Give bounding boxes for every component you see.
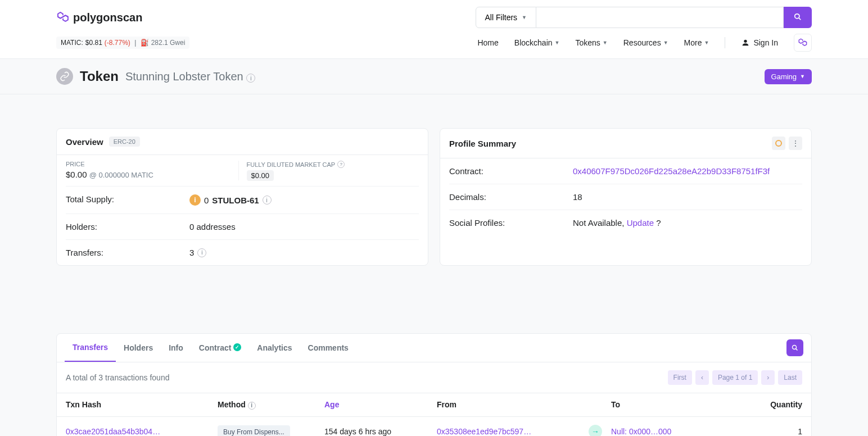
svg-point-2 <box>744 40 747 43</box>
th-to: To <box>611 400 752 410</box>
price: $0.00 <box>66 170 87 179</box>
txn-from[interactable]: 0x35308ee1ed9e7bc597… <box>437 427 589 436</box>
polygon-button[interactable] <box>794 34 812 52</box>
chevron-down-icon: ▼ <box>603 40 608 46</box>
decimals-value: 18 <box>573 192 582 202</box>
price-label: PRICE <box>66 161 238 167</box>
chevron-down-icon: ▼ <box>800 74 805 79</box>
transfers-value: 3 <box>189 248 194 257</box>
info-icon[interactable]: i <box>263 196 272 205</box>
price-value: $0.81 <box>85 39 102 47</box>
tab-analytics[interactable]: Analytics <box>249 334 300 361</box>
erc20-badge: ERC-20 <box>109 137 140 147</box>
txn-to[interactable]: Null: 0x000…000 <box>611 427 752 436</box>
token-name: Stunning Lobster Token i <box>125 70 255 83</box>
th-method: Method i <box>218 400 324 410</box>
user-icon <box>741 38 750 47</box>
price-sub: @ 0.000000 MATIC <box>89 171 153 179</box>
svg-line-4 <box>796 349 798 351</box>
info-icon[interactable]: i <box>248 402 256 410</box>
mcap-value: $0.00 <box>247 170 274 181</box>
link-icon <box>60 71 70 81</box>
chevron-down-icon: ▼ <box>704 40 709 46</box>
th-from: From <box>437 400 589 410</box>
nav-more[interactable]: More▼ <box>684 38 709 47</box>
contract-label: Contract: <box>449 166 573 176</box>
gas-icon: ⛽ <box>141 39 149 47</box>
update-link[interactable]: Update <box>627 218 654 228</box>
price-box: MATIC: $0.81 (-8.77%) | ⛽ 282.1 Gwei <box>56 37 189 49</box>
page-prev[interactable]: ‹ <box>695 370 709 385</box>
chevron-down-icon: ▼ <box>663 40 668 46</box>
polygon-logo-icon <box>56 11 70 24</box>
search-input[interactable] <box>536 7 784 28</box>
polygon-icon <box>798 38 808 48</box>
tab-comments[interactable]: Comments <box>300 334 356 361</box>
tab-holders[interactable]: Holders <box>116 334 161 361</box>
supply-value: 0 <box>204 196 209 205</box>
supply-label: Total Supply: <box>66 194 189 206</box>
page-next[interactable]: › <box>761 370 775 385</box>
help-icon[interactable]: ? <box>337 161 345 168</box>
nav-separator <box>725 37 725 48</box>
verified-icon: ✓ <box>233 343 241 351</box>
transfers-label: Transfers: <box>66 248 189 257</box>
price-change: (-8.77%) <box>105 39 130 47</box>
info-icon[interactable]: i <box>246 74 255 83</box>
category-button[interactable]: Gaming ▼ <box>765 69 812 84</box>
svg-point-0 <box>795 13 799 18</box>
chevron-down-icon: ▼ <box>522 15 527 20</box>
method-badge: Buy From Dispens... <box>218 425 290 437</box>
profile-card: Profile Summary ⋮ Contract: 0x40607F975D… <box>440 128 812 266</box>
overview-card: Overview ERC-20 PRICE $0.00 @ 0.000000 M… <box>56 128 428 266</box>
contract-address[interactable]: 0x40607F975Dc026Fd225a28eA22b9D33F8751fF… <box>573 166 770 176</box>
price-label: MATIC: <box>61 39 83 47</box>
table-row: 0x3cae2051daa54b3b04… Buy From Dispens..… <box>57 417 811 437</box>
txn-age: 154 days 6 hrs ago <box>324 427 437 436</box>
nav-home[interactable]: Home <box>477 38 498 47</box>
nav-resources[interactable]: Resources▼ <box>623 38 668 47</box>
tab-contract[interactable]: Contract ✓ <box>191 334 249 361</box>
txn-qty: 1 <box>752 427 802 436</box>
circle-icon <box>775 140 782 147</box>
svg-point-3 <box>793 346 797 349</box>
signin-button[interactable]: Sign In <box>741 38 778 47</box>
token-icon <box>56 68 73 85</box>
holders-value: 0 addresses <box>189 222 236 231</box>
logo[interactable]: polygonscan <box>56 11 142 24</box>
search-icon <box>792 344 798 351</box>
social-na: Not Available, <box>573 218 627 228</box>
separator: | <box>133 39 138 47</box>
filter-button[interactable]: All Filters ▼ <box>476 7 536 28</box>
page-title: Token <box>80 69 119 84</box>
social-q: ? <box>654 218 661 228</box>
arrow-icon: → <box>589 425 602 437</box>
txn-hash[interactable]: 0x3cae2051daa54b3b04… <box>66 427 218 436</box>
filter-label: All Filters <box>485 13 518 22</box>
chevron-left-icon: ‹ <box>701 374 703 382</box>
dots-icon: ⋮ <box>792 139 799 148</box>
overview-title: Overview <box>66 137 103 147</box>
chevron-right-icon: › <box>767 374 769 382</box>
gas-value: 282.1 Gwei <box>151 39 186 47</box>
decimals-label: Decimals: <box>449 192 573 202</box>
th-age[interactable]: Age <box>324 400 437 410</box>
reputation-button[interactable] <box>772 137 785 150</box>
warning-icon[interactable]: i <box>189 194 201 206</box>
nav-blockchain[interactable]: Blockchain▼ <box>514 38 560 47</box>
search-button[interactable] <box>784 7 812 28</box>
chevron-down-icon: ▼ <box>555 40 560 46</box>
page-last[interactable]: Last <box>778 370 802 385</box>
tab-transfers[interactable]: Transfers <box>65 334 116 362</box>
supply-symbol: STULOB-61 <box>212 196 259 205</box>
info-icon[interactable]: i <box>197 248 206 257</box>
page-first[interactable]: First <box>668 370 692 385</box>
svg-line-1 <box>799 17 801 20</box>
tab-search-button[interactable] <box>786 339 803 356</box>
more-button[interactable]: ⋮ <box>789 137 802 150</box>
social-label: Social Profiles: <box>449 218 573 228</box>
search-icon <box>794 13 802 21</box>
tab-info[interactable]: Info <box>161 334 191 361</box>
mcap-label: FULLY DILUTED MARKET CAP <box>247 161 336 168</box>
nav-tokens[interactable]: Tokens▼ <box>575 38 607 47</box>
